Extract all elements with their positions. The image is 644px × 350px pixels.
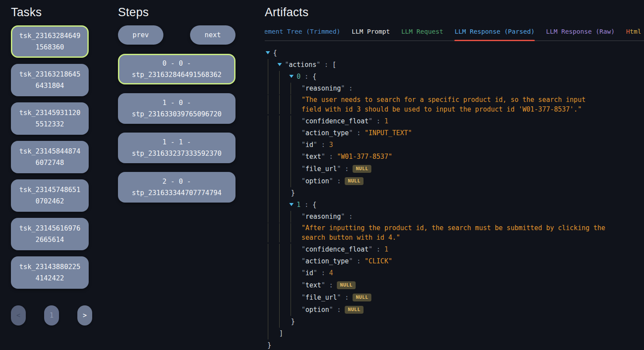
collapse-caret-icon[interactable]	[266, 51, 270, 54]
tab-llm-response-raw[interactable]: LLM Response (Raw)	[546, 25, 615, 41]
artifacts-tabbar: Element Tree (Trimmed)LLM PromptLLM Requ…	[265, 25, 644, 41]
indent-guide	[268, 316, 268, 328]
indent-guide	[268, 256, 268, 267]
indent-guide	[291, 151, 291, 163]
indent-guide	[291, 304, 291, 316]
step-button[interactable]: 0 - 0 - stp_231632846491568362	[118, 54, 235, 84]
indent-guide	[268, 187, 268, 199]
indent-guide	[279, 211, 280, 223]
json-tree-row: option : NULL	[265, 304, 644, 316]
indent-guide	[268, 328, 268, 340]
task-button[interactable]: tsk_231632846491568360	[11, 25, 89, 58]
indent-guide	[279, 291, 280, 304]
null-badge: NULL	[345, 177, 364, 185]
indent-guide	[279, 95, 280, 114]
json-punctuation: }	[267, 341, 271, 349]
json-string-value: CLICK	[365, 257, 392, 265]
task-button[interactable]: tsk_231459311205512332	[11, 102, 89, 135]
step-button[interactable]: 2 - 0 - stp_231633344707774794	[118, 172, 235, 203]
task-button[interactable]: tsk_231438802254142422	[11, 256, 89, 289]
json-punctuation: [	[332, 61, 336, 69]
indent-guide	[291, 211, 291, 223]
json-key: confidence_float	[301, 117, 373, 125]
indent-guide	[268, 59, 268, 71]
indent-guide	[279, 83, 280, 94]
indent-guide	[279, 244, 280, 256]
json-string-value: INPUT_TEXT	[365, 129, 412, 137]
indent-guide	[279, 199, 280, 211]
indent-guide	[291, 279, 291, 291]
json-tree-row: text : NULL	[265, 279, 644, 291]
step-button[interactable]: 1 - 1 - stp_231633237333592370	[118, 133, 235, 163]
json-key: text	[301, 153, 325, 161]
json-colon: :	[333, 306, 345, 314]
json-key: file_url	[301, 294, 341, 301]
collapse-caret-icon[interactable]	[289, 203, 294, 206]
collapse-caret-icon[interactable]	[277, 63, 282, 66]
indent-guide	[268, 163, 268, 175]
indent-guide	[279, 304, 280, 316]
json-array-index: 1	[297, 201, 301, 209]
task-button[interactable]: tsk_231456169762665614	[11, 218, 89, 250]
task-button[interactable]: tsk_231458448746072748	[11, 141, 89, 173]
indent-guide	[291, 244, 291, 256]
indent-guide	[268, 223, 268, 242]
json-array-index: 0	[297, 73, 301, 80]
null-badge: NULL	[353, 165, 371, 173]
pagination-page-button[interactable]: 1	[44, 305, 59, 326]
tasks-pagination: < 1 >	[11, 305, 92, 326]
json-tree-row: 0 : {	[265, 71, 644, 83]
indent-guide	[279, 163, 280, 175]
indent-guide	[291, 139, 291, 151]
json-colon: :	[320, 61, 332, 69]
json-tree-row: {	[265, 47, 644, 59]
indent-guide	[279, 316, 280, 328]
json-key: actions	[285, 61, 320, 69]
prev-step-button[interactable]: prev	[118, 25, 163, 45]
json-colon: :	[317, 269, 329, 277]
json-string-value: After inputting the product id, the sear…	[301, 224, 605, 242]
indent-guide	[279, 139, 280, 151]
tab-llm-request[interactable]: LLM Request	[401, 25, 443, 41]
json-colon: :	[301, 73, 312, 80]
tab-label-part: (Raw)	[641, 28, 644, 35]
json-tree-row: The user needs to search for a specific …	[265, 95, 608, 114]
indent-guide	[268, 139, 268, 151]
tab-llm-response-parsed[interactable]: LLM Response (Parsed)	[454, 25, 534, 41]
artifacts-panel: Artifacts Element Tree (Trimmed)LLM Prom…	[265, 5, 644, 350]
json-punctuation: }	[291, 318, 295, 326]
step-button[interactable]: 1 - 0 - stp_231633039765096720	[118, 93, 235, 124]
json-colon: :	[345, 84, 353, 92]
json-tree-row: file_url : NULL	[265, 291, 644, 304]
json-key: id	[301, 269, 317, 277]
pagination-prev-button[interactable]: <	[11, 305, 26, 326]
tab-label-part: H	[626, 28, 630, 35]
collapse-caret-icon[interactable]	[289, 75, 294, 78]
json-key: option	[301, 306, 333, 314]
json-tree-row: }	[265, 187, 644, 199]
json-tree-row: file_url : NULL	[265, 163, 644, 175]
indent-guide	[279, 267, 280, 279]
tasks-panel: Tasks tsk_231632846491568360tsk_23163218…	[11, 5, 89, 326]
json-key: text	[301, 281, 325, 289]
json-tree-row: id : 3	[265, 139, 644, 151]
tasks-list: tsk_231632846491568360tsk_23163218645643…	[11, 25, 89, 289]
next-step-button[interactable]: next	[190, 25, 235, 45]
tab-llm-prompt[interactable]: LLM Prompt	[352, 25, 390, 41]
indent-guide	[279, 256, 280, 267]
json-tree-row: 1 : {	[265, 199, 644, 211]
json-tree-row: reasoning :	[265, 83, 644, 94]
indent-guide	[268, 279, 268, 291]
tab-html-raw[interactable]: Html (Raw)	[626, 25, 644, 41]
json-key: action_type	[301, 129, 353, 137]
json-tree-row: confidence_float : 1	[265, 244, 644, 256]
indent-guide	[268, 83, 268, 94]
task-button[interactable]: tsk_231457486510702462	[11, 179, 89, 212]
json-colon: :	[373, 117, 384, 125]
tab-element-tree-trimmed[interactable]: Element Tree (Trimmed)	[265, 25, 340, 41]
pagination-next-button[interactable]: >	[77, 305, 92, 326]
indent-guide	[279, 175, 280, 187]
task-button[interactable]: tsk_231632186456431804	[11, 64, 89, 96]
json-tree-row: action_type : CLICK	[265, 256, 644, 267]
json-tree-row: text : W01-377-8537	[265, 151, 644, 163]
